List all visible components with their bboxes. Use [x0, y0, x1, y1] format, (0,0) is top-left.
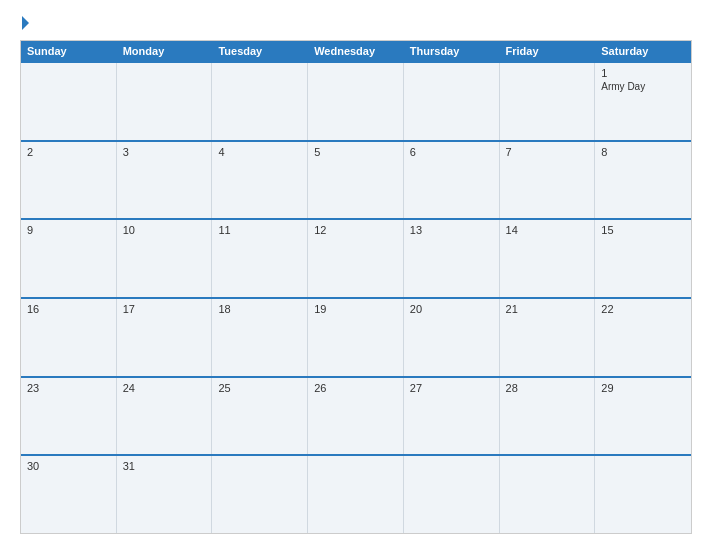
logo-blue-text: [20, 16, 29, 30]
week-row-2: 2345678: [21, 140, 691, 219]
day-number: 25: [218, 382, 301, 394]
day-number: 6: [410, 146, 493, 158]
cal-cell: 31: [117, 456, 213, 533]
day-number: 31: [123, 460, 206, 472]
day-number: 13: [410, 224, 493, 236]
cal-cell: 30: [21, 456, 117, 533]
day-number: 24: [123, 382, 206, 394]
cal-cell: 26: [308, 378, 404, 455]
cal-cell: [404, 63, 500, 140]
day-number: 2: [27, 146, 110, 158]
logo: [20, 16, 29, 30]
day-number: 23: [27, 382, 110, 394]
cal-cell: 17: [117, 299, 213, 376]
header: [20, 16, 692, 30]
cal-cell: [212, 63, 308, 140]
day-number: 19: [314, 303, 397, 315]
day-number: 21: [506, 303, 589, 315]
day-event: Army Day: [601, 81, 685, 92]
cal-cell: 4: [212, 142, 308, 219]
day-number: 1: [601, 67, 685, 79]
day-number: 27: [410, 382, 493, 394]
cal-cell: 13: [404, 220, 500, 297]
cal-cell: [404, 456, 500, 533]
cal-cell: [500, 63, 596, 140]
cal-cell: 9: [21, 220, 117, 297]
day-number: 10: [123, 224, 206, 236]
day-number: 18: [218, 303, 301, 315]
day-number: 16: [27, 303, 110, 315]
day-number: 9: [27, 224, 110, 236]
cal-cell: [212, 456, 308, 533]
week-row-1: 1Army Day: [21, 61, 691, 140]
cal-cell: [117, 63, 213, 140]
cal-cell: 12: [308, 220, 404, 297]
day-number: 11: [218, 224, 301, 236]
day-number: 14: [506, 224, 589, 236]
cal-cell: 7: [500, 142, 596, 219]
cal-cell: 19: [308, 299, 404, 376]
cal-cell: 8: [595, 142, 691, 219]
cal-cell: 14: [500, 220, 596, 297]
day-number: 3: [123, 146, 206, 158]
cal-cell: [308, 63, 404, 140]
cal-cell: 24: [117, 378, 213, 455]
cal-cell: 15: [595, 220, 691, 297]
calendar-header: SundayMondayTuesdayWednesdayThursdayFrid…: [21, 41, 691, 61]
cal-cell: 23: [21, 378, 117, 455]
day-number: 12: [314, 224, 397, 236]
page: SundayMondayTuesdayWednesdayThursdayFrid…: [0, 0, 712, 550]
calendar: SundayMondayTuesdayWednesdayThursdayFrid…: [20, 40, 692, 534]
cal-cell: [595, 456, 691, 533]
header-day-saturday: Saturday: [595, 41, 691, 61]
cal-cell: 2: [21, 142, 117, 219]
cal-cell: 16: [21, 299, 117, 376]
day-number: 17: [123, 303, 206, 315]
cal-cell: 18: [212, 299, 308, 376]
day-number: 22: [601, 303, 685, 315]
logo-triangle-icon: [22, 16, 29, 30]
header-day-tuesday: Tuesday: [212, 41, 308, 61]
day-number: 30: [27, 460, 110, 472]
calendar-body: 1Army Day2345678910111213141516171819202…: [21, 61, 691, 533]
header-day-wednesday: Wednesday: [308, 41, 404, 61]
cal-cell: [21, 63, 117, 140]
cal-cell: 10: [117, 220, 213, 297]
week-row-3: 9101112131415: [21, 218, 691, 297]
cal-cell: 21: [500, 299, 596, 376]
day-number: 20: [410, 303, 493, 315]
cal-cell: 28: [500, 378, 596, 455]
header-day-friday: Friday: [500, 41, 596, 61]
day-number: 5: [314, 146, 397, 158]
week-row-4: 16171819202122: [21, 297, 691, 376]
cal-cell: [308, 456, 404, 533]
day-number: 15: [601, 224, 685, 236]
header-day-thursday: Thursday: [404, 41, 500, 61]
cal-cell: 27: [404, 378, 500, 455]
cal-cell: 5: [308, 142, 404, 219]
cal-cell: 6: [404, 142, 500, 219]
cal-cell: 1Army Day: [595, 63, 691, 140]
cal-cell: 3: [117, 142, 213, 219]
week-row-5: 23242526272829: [21, 376, 691, 455]
cal-cell: 22: [595, 299, 691, 376]
day-number: 4: [218, 146, 301, 158]
cal-cell: [500, 456, 596, 533]
cal-cell: 20: [404, 299, 500, 376]
header-day-monday: Monday: [117, 41, 213, 61]
cal-cell: 25: [212, 378, 308, 455]
header-day-sunday: Sunday: [21, 41, 117, 61]
week-row-6: 3031: [21, 454, 691, 533]
day-number: 28: [506, 382, 589, 394]
cal-cell: 11: [212, 220, 308, 297]
day-number: 7: [506, 146, 589, 158]
cal-cell: 29: [595, 378, 691, 455]
day-number: 29: [601, 382, 685, 394]
day-number: 26: [314, 382, 397, 394]
day-number: 8: [601, 146, 685, 158]
